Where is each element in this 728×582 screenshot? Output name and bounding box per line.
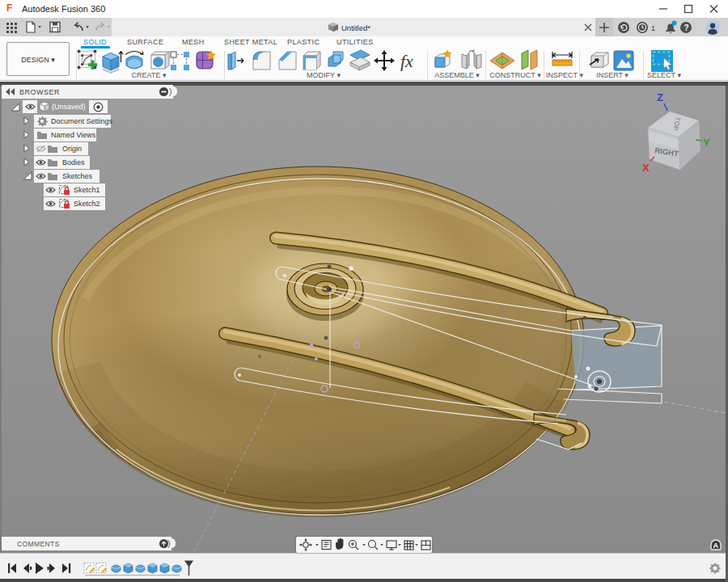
svg-text:Z: Z [657,91,663,103]
svg-text:A: A [713,542,719,550]
svg-text:X: X [642,162,650,174]
svg-text:Y: Y [703,137,710,149]
